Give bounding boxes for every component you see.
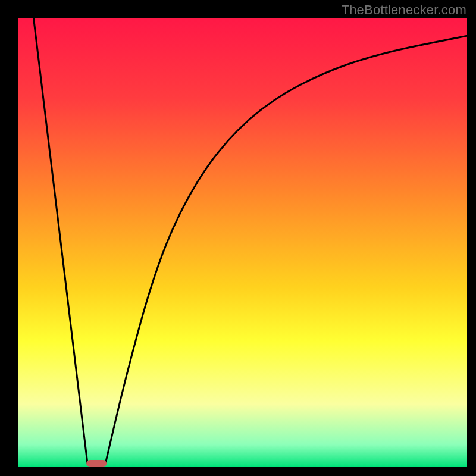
gradient-background xyxy=(18,18,467,467)
plot-area xyxy=(18,18,467,467)
attribution-text: TheBottlenecker.com xyxy=(342,2,466,18)
chart-frame: TheBottlenecker.com xyxy=(0,0,476,476)
minimum-marker xyxy=(86,460,107,467)
chart-canvas xyxy=(18,18,467,467)
